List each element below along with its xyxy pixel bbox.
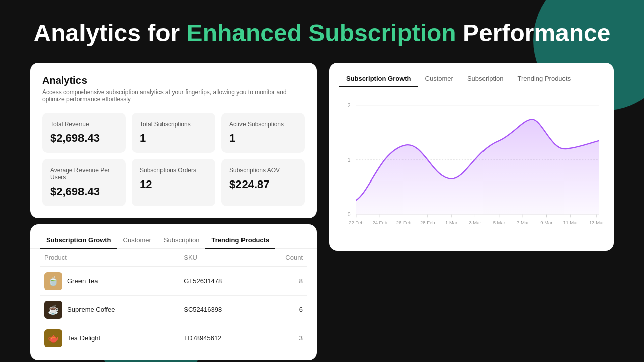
x-label-13mar: 13 Mar (589, 219, 604, 225)
metric-subscriptions-aov-value: $224.87 (229, 178, 297, 191)
table-tab-bar: Subscription Growth Customer Subscriptio… (30, 224, 317, 249)
product-count-supreme-coffee: 6 (262, 295, 307, 324)
tab-trending-products[interactable]: Trending Products (205, 232, 275, 249)
product-count-green-tea: 8 (262, 266, 307, 295)
table-container: Product SKU Count 🍵 Green Tea (30, 249, 317, 360)
table-card: Subscription Growth Customer Subscriptio… (30, 224, 317, 360)
product-count-tea-delight: 3 (262, 324, 307, 352)
chart-area-fill (356, 119, 599, 214)
chart-card: Subscription Growth Customer Subscriptio… (329, 63, 614, 251)
product-cell-tea-delight: 🫖 Tea Delight (40, 324, 180, 352)
x-label-5mar: 5 Mar (493, 219, 505, 225)
analytics-card-title: Analytics (42, 75, 305, 86)
table-row: 🍵 Green Tea GT52631478 8 (40, 266, 307, 295)
col-product: Product (40, 249, 180, 267)
title-before: Analytics for (34, 20, 187, 46)
product-name-tea-delight: Tea Delight (67, 334, 100, 342)
chart-tab-customer[interactable]: Customer (418, 71, 460, 87)
page-title: Analytics for Enhanced Subscription Perf… (30, 20, 614, 47)
x-label-26feb: 26 Feb (396, 219, 411, 225)
product-sku-green-tea: GT52631478 (180, 266, 262, 295)
table-row: 🫖 Tea Delight TD78945612 3 (40, 324, 307, 352)
analytics-card: Analytics Access comprehensive subscript… (30, 63, 317, 218)
x-label-11mar: 11 Mar (563, 219, 578, 225)
metric-subscriptions-orders-label: Subscriptions Orders (140, 167, 207, 174)
metric-subscriptions-orders: Subscriptions Orders 12 (132, 159, 215, 206)
metric-subscriptions-orders-value: 12 (140, 178, 207, 191)
title-highlight: Enhanced Subscription (187, 20, 456, 46)
col-sku: SKU (180, 249, 262, 267)
chart-tab-bar: Subscription Growth Customer Subscriptio… (329, 63, 614, 87)
x-label-9mar: 9 Mar (540, 219, 552, 225)
metric-total-revenue: Total Revenue $2,698.43 (42, 113, 126, 153)
table-row: ☕ Supreme Coffee SC52416398 6 (40, 295, 307, 324)
metric-active-subscriptions: Active Subscriptions 1 (221, 113, 305, 153)
product-cell-supreme-coffee: ☕ Supreme Coffee (40, 295, 180, 324)
metric-total-revenue-label: Total Revenue (50, 121, 118, 128)
metric-subscriptions-aov-label: Subscriptions AOV (229, 167, 297, 174)
product-cell-green-tea: 🍵 Green Tea (40, 266, 180, 295)
metric-total-subscriptions: Total Subscriptions 1 (132, 113, 215, 153)
product-icon-tea-delight: 🫖 (44, 329, 62, 347)
metric-avg-revenue-value: $2,698.43 (50, 185, 118, 198)
tab-subscription[interactable]: Subscription (157, 232, 206, 249)
left-panel: Analytics Access comprehensive subscript… (30, 63, 317, 360)
x-label-7mar: 7 Mar (517, 219, 529, 225)
metric-active-subscriptions-value: 1 (229, 132, 297, 145)
y-label-1: 1 (348, 157, 351, 162)
metric-total-subscriptions-value: 1 (140, 132, 207, 145)
product-icon-green-tea: 🍵 (44, 272, 62, 290)
tab-customer[interactable]: Customer (117, 232, 157, 249)
chart-tab-subscription-growth[interactable]: Subscription Growth (339, 71, 418, 87)
chart-area: 2 1 0 (329, 87, 614, 251)
metric-active-subscriptions-label: Active Subscriptions (229, 121, 297, 128)
metric-avg-revenue-label: Average Revenue Per Users (50, 167, 118, 181)
title-after: Performance (456, 20, 611, 46)
tab-subscription-growth[interactable]: Subscription Growth (40, 232, 117, 249)
x-label-3mar: 3 Mar (469, 219, 481, 225)
analytics-card-subtitle: Access comprehensive subscription analyt… (42, 88, 305, 103)
x-label-24feb: 24 Feb (372, 219, 387, 225)
x-label-28feb: 28 Feb (420, 219, 435, 225)
x-label-1mar: 1 Mar (445, 219, 457, 225)
products-table: Product SKU Count 🍵 Green Tea (40, 249, 307, 352)
product-sku-supreme-coffee: SC52416398 (180, 295, 262, 324)
product-name-supreme-coffee: Supreme Coffee (67, 306, 115, 313)
y-label-2: 2 (348, 103, 351, 108)
product-icon-supreme-coffee: ☕ (44, 301, 62, 319)
product-name-green-tea: Green Tea (67, 277, 98, 285)
metrics-grid: Total Revenue $2,698.43 Total Subscripti… (42, 113, 305, 206)
y-label-0: 0 (348, 212, 351, 217)
chart-tab-trending-products[interactable]: Trending Products (510, 71, 578, 87)
metric-total-subscriptions-label: Total Subscriptions (140, 121, 207, 128)
metric-subscriptions-aov: Subscriptions AOV $224.87 (221, 159, 305, 206)
chart-tab-subscription[interactable]: Subscription (460, 71, 511, 87)
metric-avg-revenue: Average Revenue Per Users $2,698.43 (42, 159, 126, 206)
metric-total-revenue-value: $2,698.43 (50, 132, 118, 145)
subscription-growth-chart: 2 1 0 (337, 96, 604, 243)
product-sku-tea-delight: TD78945612 (180, 324, 262, 352)
col-count: Count (262, 249, 307, 267)
x-label-22feb: 22 Feb (349, 219, 363, 225)
right-panel: Subscription Growth Customer Subscriptio… (329, 63, 614, 251)
